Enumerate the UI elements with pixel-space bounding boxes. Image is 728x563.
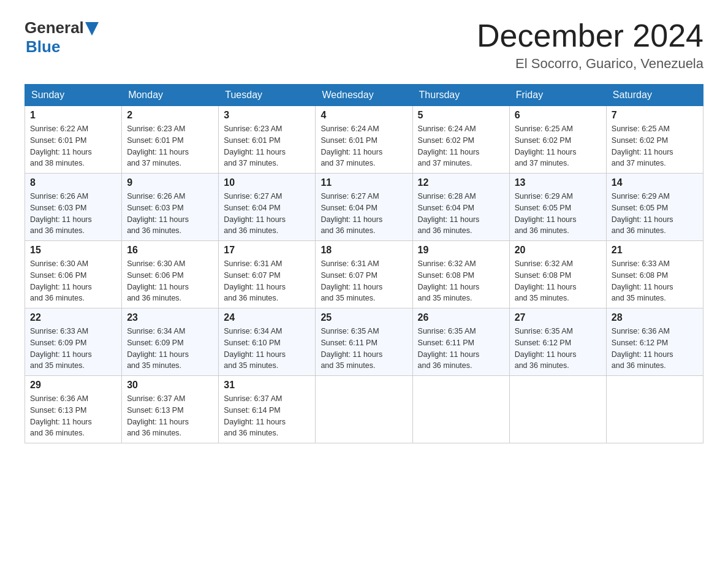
day-number: 7	[612, 110, 698, 121]
table-row: 7 Sunrise: 6:25 AM Sunset: 6:02 PM Dayli…	[606, 106, 703, 174]
table-row: 22 Sunrise: 6:33 AM Sunset: 6:09 PM Dayl…	[25, 308, 122, 376]
table-row: 30 Sunrise: 6:37 AM Sunset: 6:13 PM Dayl…	[122, 376, 219, 443]
table-row: 23 Sunrise: 6:34 AM Sunset: 6:09 PM Dayl…	[122, 308, 219, 376]
header-tuesday: Tuesday	[219, 85, 316, 106]
day-info: Sunrise: 6:36 AM Sunset: 6:13 PM Dayligh…	[30, 393, 116, 439]
table-row: 10 Sunrise: 6:27 AM Sunset: 6:04 PM Dayl…	[219, 174, 316, 241]
day-number: 10	[224, 177, 310, 188]
day-number: 27	[515, 312, 601, 323]
day-info: Sunrise: 6:29 AM Sunset: 6:05 PM Dayligh…	[515, 191, 601, 237]
table-row: 9 Sunrise: 6:26 AM Sunset: 6:03 PM Dayli…	[122, 174, 219, 241]
day-info: Sunrise: 6:34 AM Sunset: 6:10 PM Dayligh…	[224, 326, 310, 372]
logo-general-text: General	[25, 18, 84, 37]
day-info: Sunrise: 6:36 AM Sunset: 6:12 PM Dayligh…	[612, 326, 698, 372]
day-info: Sunrise: 6:30 AM Sunset: 6:06 PM Dayligh…	[127, 258, 213, 304]
day-info: Sunrise: 6:31 AM Sunset: 6:07 PM Dayligh…	[320, 258, 407, 304]
day-number: 22	[30, 312, 116, 323]
day-number: 23	[127, 312, 213, 323]
table-row: 13 Sunrise: 6:29 AM Sunset: 6:05 PM Dayl…	[509, 174, 606, 241]
logo-triangle-icon	[85, 22, 99, 36]
table-row: 25 Sunrise: 6:35 AM Sunset: 6:11 PM Dayl…	[316, 308, 412, 376]
day-number: 25	[320, 312, 407, 323]
table-row: 12 Sunrise: 6:28 AM Sunset: 6:04 PM Dayl…	[412, 174, 509, 241]
table-row: 3 Sunrise: 6:23 AM Sunset: 6:01 PM Dayli…	[219, 106, 316, 174]
day-number: 31	[224, 380, 310, 391]
table-row: 24 Sunrise: 6:34 AM Sunset: 6:10 PM Dayl…	[219, 308, 316, 376]
day-info: Sunrise: 6:23 AM Sunset: 6:01 PM Dayligh…	[224, 123, 310, 169]
day-info: Sunrise: 6:33 AM Sunset: 6:09 PM Dayligh…	[30, 326, 116, 372]
day-info: Sunrise: 6:32 AM Sunset: 6:08 PM Dayligh…	[515, 258, 601, 304]
table-row	[606, 376, 703, 443]
table-row: 1 Sunrise: 6:22 AM Sunset: 6:01 PM Dayli…	[25, 106, 122, 174]
location-title: El Socorro, Guarico, Venezuela	[477, 56, 703, 72]
day-number: 17	[224, 245, 310, 256]
day-number: 9	[127, 177, 213, 188]
day-info: Sunrise: 6:22 AM Sunset: 6:01 PM Dayligh…	[30, 123, 116, 169]
day-number: 24	[224, 312, 310, 323]
day-number: 14	[612, 177, 698, 188]
day-number: 28	[612, 312, 698, 323]
table-row: 14 Sunrise: 6:29 AM Sunset: 6:05 PM Dayl…	[606, 174, 703, 241]
day-info: Sunrise: 6:26 AM Sunset: 6:03 PM Dayligh…	[127, 191, 213, 237]
month-title: December 2024	[477, 18, 703, 53]
table-row: 26 Sunrise: 6:35 AM Sunset: 6:11 PM Dayl…	[412, 308, 509, 376]
day-number: 1	[30, 110, 116, 121]
day-number: 16	[127, 245, 213, 256]
table-row: 28 Sunrise: 6:36 AM Sunset: 6:12 PM Dayl…	[606, 308, 703, 376]
day-info: Sunrise: 6:25 AM Sunset: 6:02 PM Dayligh…	[515, 123, 601, 169]
day-info: Sunrise: 6:23 AM Sunset: 6:01 PM Dayligh…	[127, 123, 213, 169]
day-number: 19	[418, 245, 504, 256]
day-info: Sunrise: 6:37 AM Sunset: 6:13 PM Dayligh…	[127, 393, 213, 439]
table-row: 31 Sunrise: 6:37 AM Sunset: 6:14 PM Dayl…	[219, 376, 316, 443]
table-row: 20 Sunrise: 6:32 AM Sunset: 6:08 PM Dayl…	[509, 241, 606, 308]
header-friday: Friday	[509, 85, 606, 106]
table-row: 2 Sunrise: 6:23 AM Sunset: 6:01 PM Dayli…	[122, 106, 219, 174]
day-number: 13	[515, 177, 601, 188]
table-row	[316, 376, 412, 443]
day-number: 12	[418, 177, 504, 188]
table-row: 8 Sunrise: 6:26 AM Sunset: 6:03 PM Dayli…	[25, 174, 122, 241]
svg-marker-0	[85, 22, 99, 36]
header-sunday: Sunday	[25, 85, 122, 106]
day-info: Sunrise: 6:27 AM Sunset: 6:04 PM Dayligh…	[320, 191, 407, 237]
day-info: Sunrise: 6:29 AM Sunset: 6:05 PM Dayligh…	[612, 191, 698, 237]
day-info: Sunrise: 6:28 AM Sunset: 6:04 PM Dayligh…	[418, 191, 504, 237]
day-number: 29	[30, 380, 116, 391]
table-row: 4 Sunrise: 6:24 AM Sunset: 6:01 PM Dayli…	[316, 106, 412, 174]
day-number: 4	[320, 110, 407, 121]
day-info: Sunrise: 6:35 AM Sunset: 6:11 PM Dayligh…	[320, 326, 407, 372]
day-number: 18	[320, 245, 407, 256]
calendar-header: Sunday Monday Tuesday Wednesday Thursday…	[25, 85, 703, 106]
table-row: 11 Sunrise: 6:27 AM Sunset: 6:04 PM Dayl…	[316, 174, 412, 241]
day-number: 21	[612, 245, 698, 256]
table-row: 16 Sunrise: 6:30 AM Sunset: 6:06 PM Dayl…	[122, 241, 219, 308]
header-thursday: Thursday	[412, 85, 509, 106]
table-row: 21 Sunrise: 6:33 AM Sunset: 6:08 PM Dayl…	[606, 241, 703, 308]
day-info: Sunrise: 6:34 AM Sunset: 6:09 PM Dayligh…	[127, 326, 213, 372]
day-number: 15	[30, 245, 116, 256]
day-number: 20	[515, 245, 601, 256]
day-info: Sunrise: 6:30 AM Sunset: 6:06 PM Dayligh…	[30, 258, 116, 304]
day-info: Sunrise: 6:35 AM Sunset: 6:11 PM Dayligh…	[418, 326, 504, 372]
day-info: Sunrise: 6:27 AM Sunset: 6:04 PM Dayligh…	[224, 191, 310, 237]
day-info: Sunrise: 6:24 AM Sunset: 6:01 PM Dayligh…	[320, 123, 407, 169]
table-row: 29 Sunrise: 6:36 AM Sunset: 6:13 PM Dayl…	[25, 376, 122, 443]
table-row: 17 Sunrise: 6:31 AM Sunset: 6:07 PM Dayl…	[219, 241, 316, 308]
day-number: 8	[30, 177, 116, 188]
table-row: 27 Sunrise: 6:35 AM Sunset: 6:12 PM Dayl…	[509, 308, 606, 376]
day-number: 11	[320, 177, 407, 188]
day-info: Sunrise: 6:25 AM Sunset: 6:02 PM Dayligh…	[612, 123, 698, 169]
table-row: 19 Sunrise: 6:32 AM Sunset: 6:08 PM Dayl…	[412, 241, 509, 308]
page-header: General Blue December 2024 El Socorro, G…	[25, 18, 703, 72]
header-saturday: Saturday	[606, 85, 703, 106]
logo: General Blue	[25, 18, 99, 56]
header-monday: Monday	[122, 85, 219, 106]
day-number: 5	[418, 110, 504, 121]
table-row: 5 Sunrise: 6:24 AM Sunset: 6:02 PM Dayli…	[412, 106, 509, 174]
day-info: Sunrise: 6:24 AM Sunset: 6:02 PM Dayligh…	[418, 123, 504, 169]
calendar-body: 1 Sunrise: 6:22 AM Sunset: 6:01 PM Dayli…	[25, 106, 703, 443]
day-info: Sunrise: 6:32 AM Sunset: 6:08 PM Dayligh…	[418, 258, 504, 304]
day-number: 2	[127, 110, 213, 121]
day-info: Sunrise: 6:33 AM Sunset: 6:08 PM Dayligh…	[612, 258, 698, 304]
day-info: Sunrise: 6:35 AM Sunset: 6:12 PM Dayligh…	[515, 326, 601, 372]
